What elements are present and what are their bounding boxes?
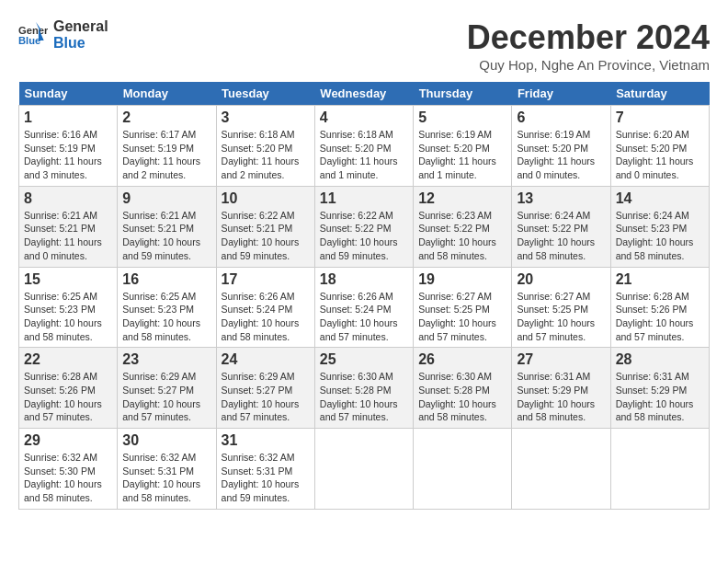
day-number: 6 xyxy=(517,109,605,126)
column-header-sunday: Sunday xyxy=(19,82,118,106)
calendar-cell: 13 Sunrise: 6:24 AM Sunset: 5:22 PM Dayl… xyxy=(512,186,610,267)
day-info: Sunrise: 6:27 AM Sunset: 5:25 PM Dayligh… xyxy=(517,290,605,344)
calendar-cell: 6 Sunrise: 6:19 AM Sunset: 5:20 PM Dayli… xyxy=(512,106,610,187)
day-info: Sunrise: 6:30 AM Sunset: 5:28 PM Dayligh… xyxy=(320,370,408,424)
svg-text:Blue: Blue xyxy=(18,35,40,46)
calendar-cell xyxy=(512,429,610,510)
day-number: 9 xyxy=(122,190,210,207)
calendar-cell: 7 Sunrise: 6:20 AM Sunset: 5:20 PM Dayli… xyxy=(610,106,709,187)
day-info: Sunrise: 6:25 AM Sunset: 5:23 PM Dayligh… xyxy=(24,290,112,344)
location: Quy Hop, Nghe An Province, Vietnam xyxy=(467,57,710,73)
day-number: 31 xyxy=(222,432,310,449)
day-info: Sunrise: 6:19 AM Sunset: 5:20 PM Dayligh… xyxy=(517,128,605,182)
calendar-cell: 5 Sunrise: 6:19 AM Sunset: 5:20 PM Dayli… xyxy=(414,106,512,187)
day-number: 29 xyxy=(24,432,112,449)
calendar-cell: 9 Sunrise: 6:21 AM Sunset: 5:21 PM Dayli… xyxy=(118,186,216,267)
day-info: Sunrise: 6:22 AM Sunset: 5:21 PM Dayligh… xyxy=(222,209,310,263)
day-number: 11 xyxy=(320,190,408,207)
calendar-week-1: 1 Sunrise: 6:16 AM Sunset: 5:19 PM Dayli… xyxy=(19,106,710,187)
calendar-cell: 17 Sunrise: 6:26 AM Sunset: 5:24 PM Dayl… xyxy=(216,267,314,348)
day-info: Sunrise: 6:32 AM Sunset: 5:31 PM Dayligh… xyxy=(122,451,210,505)
day-number: 14 xyxy=(616,190,704,207)
calendar-cell: 20 Sunrise: 6:27 AM Sunset: 5:25 PM Dayl… xyxy=(512,267,610,348)
calendar-week-5: 29 Sunrise: 6:32 AM Sunset: 5:30 PM Dayl… xyxy=(19,429,710,510)
day-info: Sunrise: 6:31 AM Sunset: 5:29 PM Dayligh… xyxy=(616,370,704,424)
calendar-week-4: 22 Sunrise: 6:28 AM Sunset: 5:26 PM Dayl… xyxy=(19,348,710,429)
day-info: Sunrise: 6:23 AM Sunset: 5:22 PM Dayligh… xyxy=(418,209,506,263)
calendar-cell: 23 Sunrise: 6:29 AM Sunset: 5:27 PM Dayl… xyxy=(118,348,216,429)
day-info: Sunrise: 6:17 AM Sunset: 5:19 PM Dayligh… xyxy=(122,128,210,182)
calendar-cell: 25 Sunrise: 6:30 AM Sunset: 5:28 PM Dayl… xyxy=(314,348,413,429)
day-info: Sunrise: 6:29 AM Sunset: 5:27 PM Dayligh… xyxy=(122,370,210,424)
day-info: Sunrise: 6:32 AM Sunset: 5:31 PM Dayligh… xyxy=(222,451,310,505)
day-number: 28 xyxy=(616,351,704,368)
day-number: 4 xyxy=(320,109,408,126)
day-number: 25 xyxy=(320,351,408,368)
day-number: 23 xyxy=(122,351,210,368)
logo: General Blue General Blue xyxy=(18,18,108,52)
calendar-cell: 15 Sunrise: 6:25 AM Sunset: 5:23 PM Dayl… xyxy=(19,267,118,348)
day-info: Sunrise: 6:32 AM Sunset: 5:30 PM Dayligh… xyxy=(24,451,112,505)
column-header-friday: Friday xyxy=(512,82,610,106)
calendar-cell: 8 Sunrise: 6:21 AM Sunset: 5:21 PM Dayli… xyxy=(19,186,118,267)
calendar-cell: 27 Sunrise: 6:31 AM Sunset: 5:29 PM Dayl… xyxy=(512,348,610,429)
day-info: Sunrise: 6:28 AM Sunset: 5:26 PM Dayligh… xyxy=(616,290,704,344)
day-info: Sunrise: 6:19 AM Sunset: 5:20 PM Dayligh… xyxy=(418,128,506,182)
calendar-cell: 10 Sunrise: 6:22 AM Sunset: 5:21 PM Dayl… xyxy=(216,186,314,267)
day-info: Sunrise: 6:18 AM Sunset: 5:20 PM Dayligh… xyxy=(320,128,408,182)
calendar-table: SundayMondayTuesdayWednesdayThursdayFrid… xyxy=(18,82,710,510)
column-header-thursday: Thursday xyxy=(414,82,512,106)
day-number: 18 xyxy=(320,271,408,288)
day-number: 24 xyxy=(222,351,310,368)
calendar-cell: 31 Sunrise: 6:32 AM Sunset: 5:31 PM Dayl… xyxy=(216,429,314,510)
calendar-cell: 19 Sunrise: 6:27 AM Sunset: 5:25 PM Dayl… xyxy=(414,267,512,348)
day-number: 1 xyxy=(24,109,112,126)
day-number: 13 xyxy=(517,190,605,207)
day-info: Sunrise: 6:26 AM Sunset: 5:24 PM Dayligh… xyxy=(320,290,408,344)
day-number: 5 xyxy=(418,109,506,126)
day-info: Sunrise: 6:28 AM Sunset: 5:26 PM Dayligh… xyxy=(24,370,112,424)
day-number: 19 xyxy=(418,271,506,288)
calendar-header-row: SundayMondayTuesdayWednesdayThursdayFrid… xyxy=(19,82,710,106)
title-block: December 2024 Quy Hop, Nghe An Province,… xyxy=(467,18,710,73)
day-info: Sunrise: 6:29 AM Sunset: 5:27 PM Dayligh… xyxy=(222,370,310,424)
day-number: 15 xyxy=(24,271,112,288)
calendar-cell: 26 Sunrise: 6:30 AM Sunset: 5:28 PM Dayl… xyxy=(414,348,512,429)
day-number: 21 xyxy=(616,271,704,288)
day-number: 30 xyxy=(122,432,210,449)
calendar-cell: 1 Sunrise: 6:16 AM Sunset: 5:19 PM Dayli… xyxy=(19,106,118,187)
day-info: Sunrise: 6:22 AM Sunset: 5:22 PM Dayligh… xyxy=(320,209,408,263)
svg-text:General: General xyxy=(18,25,48,36)
calendar-cell xyxy=(414,429,512,510)
calendar-cell: 4 Sunrise: 6:18 AM Sunset: 5:20 PM Dayli… xyxy=(314,106,413,187)
calendar-week-3: 15 Sunrise: 6:25 AM Sunset: 5:23 PM Dayl… xyxy=(19,267,710,348)
day-info: Sunrise: 6:31 AM Sunset: 5:29 PM Dayligh… xyxy=(517,370,605,424)
calendar-cell: 16 Sunrise: 6:25 AM Sunset: 5:23 PM Dayl… xyxy=(118,267,216,348)
calendar-cell: 12 Sunrise: 6:23 AM Sunset: 5:22 PM Dayl… xyxy=(414,186,512,267)
day-info: Sunrise: 6:20 AM Sunset: 5:20 PM Dayligh… xyxy=(616,128,704,182)
day-number: 16 xyxy=(122,271,210,288)
calendar-week-2: 8 Sunrise: 6:21 AM Sunset: 5:21 PM Dayli… xyxy=(19,186,710,267)
day-number: 10 xyxy=(222,190,310,207)
day-number: 2 xyxy=(122,109,210,126)
logo-general: General xyxy=(53,18,108,35)
column-header-saturday: Saturday xyxy=(610,82,709,106)
calendar-cell: 30 Sunrise: 6:32 AM Sunset: 5:31 PM Dayl… xyxy=(118,429,216,510)
day-number: 8 xyxy=(24,190,112,207)
day-info: Sunrise: 6:18 AM Sunset: 5:20 PM Dayligh… xyxy=(222,128,310,182)
day-info: Sunrise: 6:25 AM Sunset: 5:23 PM Dayligh… xyxy=(122,290,210,344)
day-number: 3 xyxy=(222,109,310,126)
calendar-cell: 21 Sunrise: 6:28 AM Sunset: 5:26 PM Dayl… xyxy=(610,267,709,348)
calendar-cell: 11 Sunrise: 6:22 AM Sunset: 5:22 PM Dayl… xyxy=(314,186,413,267)
calendar-cell: 14 Sunrise: 6:24 AM Sunset: 5:23 PM Dayl… xyxy=(610,186,709,267)
month-title: December 2024 xyxy=(467,18,710,57)
logo-icon: General Blue xyxy=(18,22,48,48)
day-number: 22 xyxy=(24,351,112,368)
column-header-wednesday: Wednesday xyxy=(314,82,413,106)
page-header: General Blue General Blue December 2024 … xyxy=(18,18,710,73)
calendar-cell: 29 Sunrise: 6:32 AM Sunset: 5:30 PM Dayl… xyxy=(19,429,118,510)
day-number: 26 xyxy=(418,351,506,368)
calendar-cell: 22 Sunrise: 6:28 AM Sunset: 5:26 PM Dayl… xyxy=(19,348,118,429)
day-number: 17 xyxy=(222,271,310,288)
calendar-cell: 2 Sunrise: 6:17 AM Sunset: 5:19 PM Dayli… xyxy=(118,106,216,187)
